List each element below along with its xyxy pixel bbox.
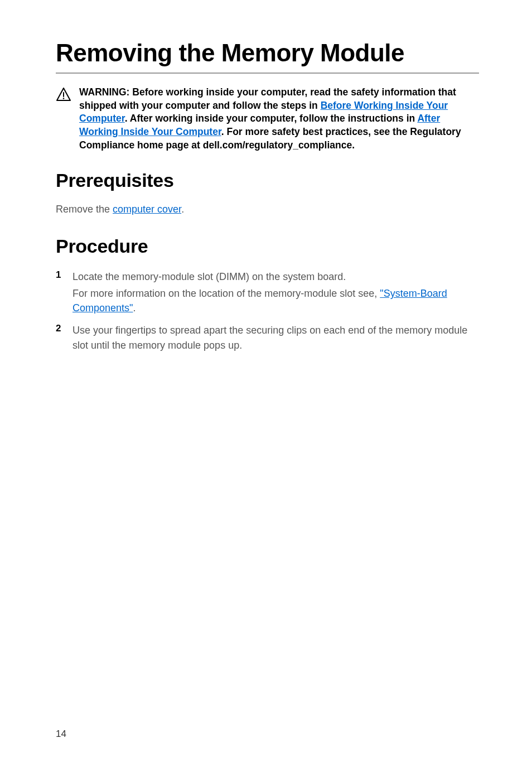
- svg-point-1: [63, 98, 65, 99]
- page-title: Removing the Memory Module: [56, 39, 479, 74]
- heading-prerequisites: Prerequisites: [56, 170, 479, 191]
- step1-line2-pre: For more information on the location of …: [72, 288, 380, 299]
- warning-block: WARNING: Before working inside your comp…: [56, 86, 479, 152]
- procedure-step-1: Locate the memory-module slot (DIMM) on …: [56, 269, 479, 317]
- heading-procedure: Procedure: [56, 235, 479, 257]
- prereq-post: .: [181, 204, 184, 215]
- link-computer-cover[interactable]: computer cover: [113, 204, 181, 215]
- step1-line1: Locate the memory-module slot (DIMM) on …: [72, 269, 479, 284]
- warning-text: WARNING: Before working inside your comp…: [79, 86, 479, 152]
- step1-line2: For more information on the location of …: [72, 286, 479, 315]
- prerequisites-text: Remove the computer cover.: [56, 204, 479, 215]
- warning-icon: [56, 87, 71, 104]
- warning-mid: . After working inside your computer, fo…: [125, 113, 418, 124]
- prereq-pre: Remove the: [56, 204, 113, 215]
- procedure-list: Locate the memory-module slot (DIMM) on …: [56, 269, 479, 354]
- page-number: 14: [56, 729, 66, 740]
- step2-line1: Use your fingertips to spread apart the …: [72, 323, 479, 352]
- procedure-step-2: Use your fingertips to spread apart the …: [56, 323, 479, 354]
- step1-line2-post: .: [133, 302, 136, 314]
